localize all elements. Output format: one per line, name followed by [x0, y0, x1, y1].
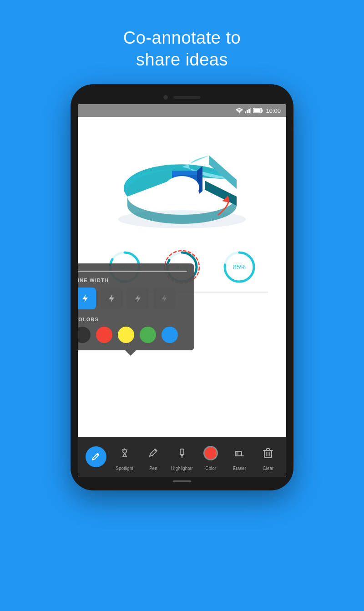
- home-indicator: [173, 480, 191, 482]
- toolbar-eraser-label: Eraser: [233, 466, 246, 471]
- page-title: Co-annotate to share ideas: [0, 0, 364, 84]
- signal-icon: [245, 108, 251, 113]
- chart-area: [87, 126, 277, 244]
- svg-rect-38: [267, 449, 269, 450]
- donut-chart: [105, 131, 259, 235]
- camera-dot: [163, 95, 168, 100]
- bolt-icon-1: [80, 293, 90, 303]
- wifi-icon: [236, 108, 243, 113]
- svg-rect-3: [248, 109, 250, 113]
- battery-icon: [253, 108, 263, 113]
- svg-rect-7: [254, 109, 261, 112]
- line-width-btn-1[interactable]: [78, 288, 96, 309]
- colors-row: [78, 327, 187, 343]
- phone-screen: 10:00: [78, 104, 286, 477]
- bolt-icon-2: [106, 293, 116, 303]
- phone-notch: [78, 91, 286, 104]
- highlighter-icon: [177, 448, 187, 459]
- progress-circle-3: 85%: [221, 249, 258, 285]
- line-width-btn-3[interactable]: [127, 288, 149, 309]
- pen-tool-icon: [148, 448, 159, 459]
- bolt-icon-4: [159, 293, 169, 303]
- toolbar-color-label: Color: [205, 466, 216, 471]
- toolbar: Spotlight Pen: [78, 437, 286, 477]
- toolbar-pen[interactable]: Pen: [140, 443, 167, 471]
- svg-line-29: [126, 449, 127, 450]
- toolbar-highlighter[interactable]: Highlighter: [168, 443, 196, 471]
- color-black[interactable]: [78, 327, 91, 343]
- toolbar-spotlight-label: Spotlight: [116, 466, 133, 471]
- svg-rect-6: [262, 110, 263, 112]
- line-width-label: LINE WIDTH: [78, 278, 187, 283]
- color-red[interactable]: [96, 327, 112, 343]
- svg-point-0: [239, 112, 240, 113]
- status-bar: 10:00: [78, 104, 286, 117]
- color-yellow[interactable]: [118, 327, 134, 343]
- line-width-buttons: [78, 288, 187, 309]
- svg-rect-34: [236, 452, 238, 455]
- svg-line-24: [123, 453, 125, 457]
- progress-label-3: 85%: [233, 263, 246, 271]
- toolbar-pen-active[interactable]: [82, 446, 110, 467]
- line-width-slider[interactable]: [78, 271, 187, 272]
- svg-rect-2: [247, 110, 248, 113]
- status-icons: [236, 108, 263, 113]
- screen-content: 92% 91%: [78, 117, 286, 437]
- svg-rect-1: [245, 111, 246, 113]
- svg-rect-30: [180, 449, 184, 454]
- color-green[interactable]: [140, 327, 156, 343]
- toolbar-clear[interactable]: Clear: [254, 443, 282, 471]
- toolbar-highlighter-label: Highlighter: [171, 466, 193, 471]
- toolbar-eraser[interactable]: Eraser: [226, 443, 253, 471]
- pen-icon: [91, 452, 101, 462]
- colors-label: COLORS: [78, 317, 187, 322]
- svg-point-14: [165, 176, 199, 199]
- svg-rect-4: [250, 108, 251, 113]
- speaker-bar: [173, 96, 201, 99]
- toolbar-spotlight[interactable]: Spotlight: [111, 443, 138, 471]
- line-width-btn-4[interactable]: [153, 288, 175, 309]
- status-time: 10:00: [266, 107, 281, 114]
- bolt-icon-3: [133, 293, 143, 303]
- toolbar-clear-label: Clear: [263, 466, 273, 471]
- svg-line-25: [125, 453, 126, 457]
- line-width-btn-2[interactable]: [101, 288, 122, 309]
- line-width-panel: LINE WIDTH: [78, 263, 194, 350]
- svg-point-22: [97, 454, 99, 455]
- color-blue[interactable]: [162, 327, 178, 343]
- phone-bottom: [78, 477, 286, 483]
- spotlight-icon: [119, 448, 130, 459]
- eraser-icon: [234, 448, 245, 459]
- svg-point-23: [123, 449, 126, 453]
- trash-icon: [263, 448, 273, 459]
- toolbar-pen-label: Pen: [149, 466, 157, 471]
- phone-frame: 10:00: [0, 84, 364, 490]
- svg-line-28: [122, 449, 123, 450]
- toolbar-color[interactable]: Color: [197, 443, 224, 471]
